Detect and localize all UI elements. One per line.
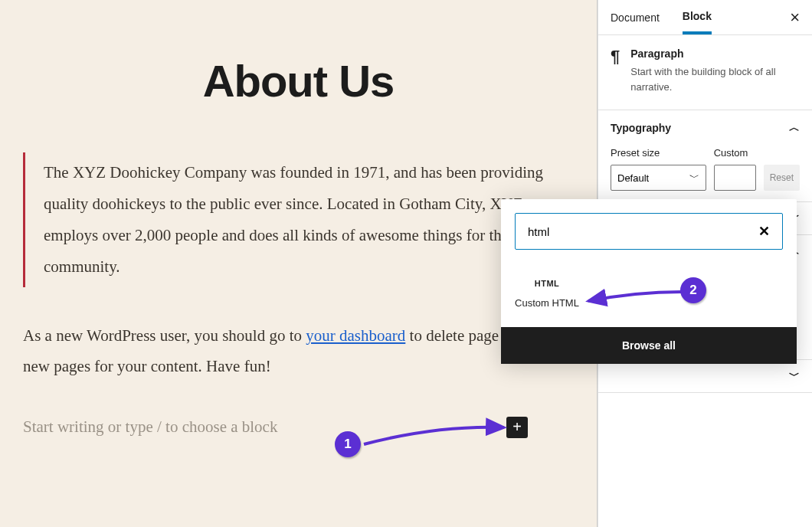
close-icon: ✕ — [758, 224, 770, 239]
sidebar-tabs: Document Block × — [598, 0, 812, 35]
tab-block[interactable]: Block — [683, 1, 712, 34]
chevron-up-icon: ︿ — [789, 121, 800, 135]
annotation-badge-1: 1 — [335, 431, 361, 457]
tab-document[interactable]: Document — [611, 2, 660, 33]
typography-panel: Typography ︿ Preset size Default ﹀ Custo… — [598, 110, 812, 201]
inserter-result-label: Custom HTML — [515, 297, 579, 309]
html-block-icon: HTML — [535, 279, 560, 288]
custom-size-label: Custom — [714, 147, 756, 159]
close-sidebar-button[interactable]: × — [790, 8, 800, 28]
preset-size-select[interactable]: Default ﹀ — [611, 165, 706, 191]
typography-title: Typography — [611, 122, 671, 134]
quote-block[interactable]: The XYZ Doohickey Company was founded in… — [23, 152, 574, 287]
block-description: Start with the building block of all nar… — [630, 64, 800, 94]
typography-toggle[interactable]: Typography ︿ — [611, 121, 800, 135]
plus-icon: + — [512, 418, 522, 436]
clear-search-button[interactable]: ✕ — [758, 223, 770, 240]
close-icon: × — [790, 8, 800, 27]
annotation-arrow-2 — [582, 287, 689, 310]
collapsed-panel-3[interactable]: ﹀ — [598, 359, 812, 393]
paragraph-icon: ¶ — [611, 47, 620, 94]
reset-size-button[interactable]: Reset — [764, 165, 800, 191]
paragraph-block[interactable]: As a new WordPress user, you should go t… — [23, 321, 574, 382]
annotation-arrow-1 — [360, 421, 513, 452]
inserter-search: ✕ — [515, 213, 783, 250]
block-placeholder[interactable]: Start writing or type / to choose a bloc… — [23, 417, 277, 437]
inserter-result-custom-html[interactable]: HTML Custom HTML — [501, 264, 593, 327]
paragraph-text: As a new WordPress user, you should go t… — [23, 326, 306, 345]
annotation-badge-2: 2 — [680, 277, 706, 303]
panel-label-hidden — [611, 370, 614, 382]
preset-size-label: Preset size — [611, 147, 706, 159]
chevron-down-icon: ﹀ — [689, 171, 699, 185]
preset-size-value: Default — [617, 172, 649, 184]
block-card: ¶ Paragraph Start with the building bloc… — [598, 35, 812, 110]
dashboard-link[interactable]: your dashboard — [306, 326, 405, 345]
block-inserter-popover: ✕ HTML Custom HTML Browse all — [501, 199, 797, 364]
page-title[interactable]: About Us — [0, 55, 597, 106]
browse-all-button[interactable]: Browse all — [501, 327, 797, 364]
chevron-down-icon: ﹀ — [789, 369, 800, 383]
block-name: Paragraph — [630, 47, 800, 60]
custom-size-input[interactable] — [714, 165, 756, 191]
inserter-search-input[interactable] — [528, 225, 742, 238]
